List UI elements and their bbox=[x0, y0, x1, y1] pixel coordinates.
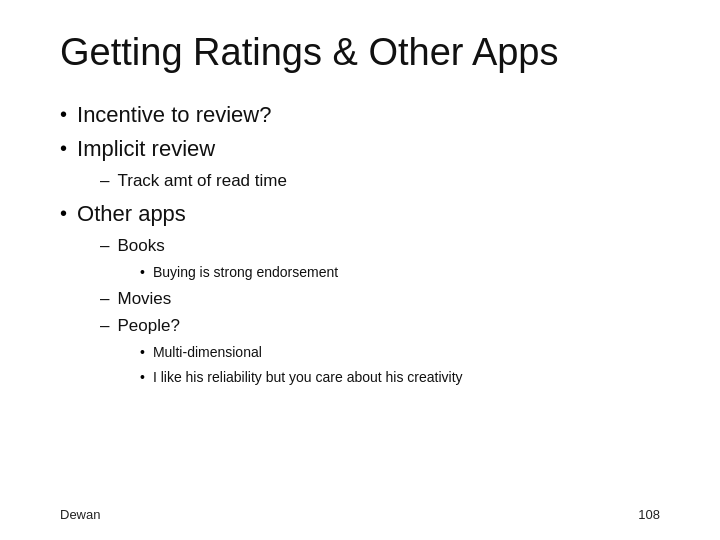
footer-page-number: 108 bbox=[638, 507, 660, 522]
bullet-3: • Other apps bbox=[60, 199, 660, 230]
bullet-2a-text: Track amt of read time bbox=[117, 169, 286, 193]
bullet-3-text: Other apps bbox=[77, 199, 186, 230]
bullet-3a-text: Books bbox=[117, 234, 164, 258]
slide-footer: Dewan 108 bbox=[60, 507, 660, 522]
bullet-3a: – Books bbox=[100, 234, 660, 258]
bullet-2: • Implicit review bbox=[60, 134, 660, 165]
bullet-2a: – Track amt of read time bbox=[100, 169, 660, 193]
bullet-3a1-marker: • bbox=[140, 262, 145, 283]
bullet-1: • Incentive to review? bbox=[60, 100, 660, 131]
bullet-3c: – People? bbox=[100, 314, 660, 338]
bullet-1-marker: • bbox=[60, 100, 67, 128]
bullet-3b-marker: – bbox=[100, 287, 109, 311]
bullet-3c1: • Multi-dimensional bbox=[140, 342, 660, 363]
bullet-3c2: • I like his reliability but you care ab… bbox=[140, 367, 660, 388]
bullet-1-text: Incentive to review? bbox=[77, 100, 271, 131]
bullet-3b-text: Movies bbox=[117, 287, 171, 311]
bullet-3b: – Movies bbox=[100, 287, 660, 311]
slide-content: • Incentive to review? • Implicit review… bbox=[60, 100, 660, 389]
bullet-3a1-text: Buying is strong endorsement bbox=[153, 262, 338, 283]
bullet-3c2-marker: • bbox=[140, 367, 145, 388]
bullet-2a-marker: – bbox=[100, 169, 109, 193]
bullet-3a-marker: – bbox=[100, 234, 109, 258]
bullet-3c-text: People? bbox=[117, 314, 179, 338]
bullet-3-marker: • bbox=[60, 199, 67, 227]
bullet-3c1-marker: • bbox=[140, 342, 145, 363]
footer-author: Dewan bbox=[60, 507, 100, 522]
slide-title: Getting Ratings & Other Apps bbox=[60, 30, 660, 76]
bullet-2-text: Implicit review bbox=[77, 134, 215, 165]
slide: Getting Ratings & Other Apps • Incentive… bbox=[0, 0, 720, 540]
bullet-2-marker: • bbox=[60, 134, 67, 162]
bullet-3c-marker: – bbox=[100, 314, 109, 338]
bullet-3c1-text: Multi-dimensional bbox=[153, 342, 262, 363]
bullet-3a1: • Buying is strong endorsement bbox=[140, 262, 660, 283]
bullet-3c2-text: I like his reliability but you care abou… bbox=[153, 367, 463, 388]
